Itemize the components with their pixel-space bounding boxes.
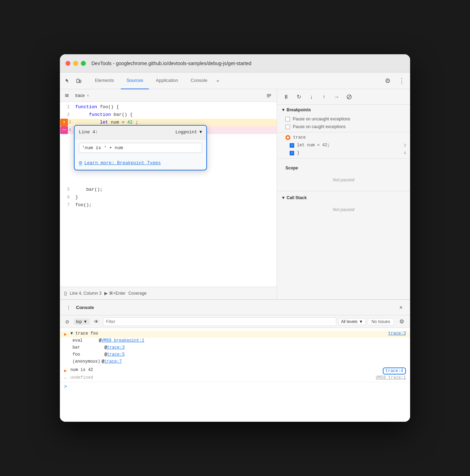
logpoint-badge-4[interactable]: ••: [60, 126, 68, 134]
foo-at: @: [97, 352, 107, 357]
coverage-label: Coverage: [128, 291, 146, 296]
step-button[interactable]: →: [332, 92, 341, 102]
code-line-7: 7 foo();: [60, 201, 277, 209]
bp-pause-uncaught: Pause on uncaught exceptions: [277, 115, 410, 123]
breakpoint-badge-3[interactable]: ?: [60, 119, 68, 126]
breakpoints-header[interactable]: ▼ Breakpoints: [277, 105, 410, 115]
close-window-button[interactable]: [65, 61, 70, 66]
bp-uncaught-checkbox[interactable]: [285, 117, 290, 121]
step-out-button[interactable]: ↑: [319, 92, 329, 102]
logpoint-type-dropdown[interactable]: Logpoint ▼: [175, 128, 202, 136]
console-undefined-icon: ←: [64, 375, 70, 381]
anon-link[interactable]: trace:7: [104, 359, 122, 364]
tab-more[interactable]: »: [214, 75, 221, 86]
navigator-toggle-icon[interactable]: [63, 91, 71, 100]
code-line-2: 2 function bar() {: [60, 111, 277, 119]
bp-let-text: let num = 42;: [297, 143, 401, 148]
console-close-button[interactable]: ×: [396, 303, 406, 313]
scope-header[interactable]: Scope: [281, 163, 406, 173]
console-input[interactable]: [70, 384, 406, 389]
logpoint-input[interactable]: [79, 143, 202, 153]
tab-application[interactable]: Application: [150, 72, 184, 89]
svg-rect-1: [80, 80, 81, 83]
svg-rect-6: [267, 95, 271, 96]
more-options-icon[interactable]: ⋮: [396, 75, 407, 86]
foo-label: foo: [72, 352, 80, 357]
file-tab-trace[interactable]: trace ×: [71, 89, 93, 102]
console-group-row: ▶ ▼ trace foo trace:3: [60, 331, 410, 338]
learn-more-link[interactable]: ⊙ Learn more: Breakpoint Types: [75, 156, 206, 170]
scope-not-paused: Not paused: [281, 173, 406, 187]
svg-rect-5: [267, 94, 271, 95]
console-anon-row: (anonymous) @ trace:7: [68, 359, 410, 366]
file-tab-bar: trace ×: [60, 89, 277, 102]
console-prompt-icon: >: [64, 384, 67, 389]
line-num-5: 5: [60, 186, 72, 194]
console-drawer-toggle[interactable]: ⋮: [64, 303, 73, 312]
line-num-6: 6: [60, 194, 72, 201]
bp-trace-group: trace: [277, 134, 410, 141]
console-eval-row: eval @ VM69 breakpoint:1: [68, 338, 410, 345]
run-icon: ▶: [104, 291, 108, 296]
bar-link[interactable]: trace:3: [107, 345, 124, 350]
devtools-window: DevTools - googlechrome.github.io/devtoo…: [60, 54, 410, 422]
console-section: ⋮ Console × ⊘ top ▼ 👁 All levels ▼ No Is…: [60, 299, 410, 422]
console-eye-icon[interactable]: 👁: [92, 317, 101, 326]
console-clear-icon[interactable]: ⊘: [63, 317, 72, 326]
console-levels-select[interactable]: All levels ▼: [338, 318, 365, 325]
console-warning-icon: ▶: [64, 331, 70, 337]
bp-brace-linenum: 4: [404, 151, 406, 155]
bp-let-checkbox[interactable]: [290, 143, 294, 148]
file-tab-name: trace: [75, 93, 85, 98]
anon-at: @: [102, 359, 104, 364]
bp-trace-dot: [287, 136, 289, 139]
status-braces-icon: {}: [64, 291, 67, 296]
step-over-button[interactable]: ↻: [294, 92, 304, 102]
maximize-window-button[interactable]: [81, 61, 86, 66]
settings-icon[interactable]: ⚙: [382, 75, 393, 86]
pause-button[interactable]: ⏸: [281, 92, 291, 102]
tab-console[interactable]: Console: [185, 72, 213, 89]
console-group-text: ▼ trace foo: [70, 331, 98, 336]
device-mode-icon[interactable]: [74, 76, 84, 86]
bp-brace-checkbox[interactable]: [290, 151, 294, 155]
anon-label: (anonymous): [72, 359, 100, 364]
tab-elements[interactable]: Elements: [89, 72, 119, 89]
file-tab-search-icon[interactable]: [264, 91, 274, 100]
console-context-select[interactable]: top ▼: [74, 318, 90, 325]
svg-rect-7: [267, 97, 270, 97]
console-settings-icon[interactable]: ⚙: [396, 316, 407, 327]
eval-link[interactable]: VM69 breakpoint:1: [101, 338, 144, 343]
console-result-icon: ▶: [64, 368, 70, 373]
svg-rect-0: [77, 79, 79, 83]
trace-4-badge[interactable]: trace:4: [383, 368, 406, 374]
svg-line-9: [347, 95, 351, 99]
eval-at: @: [94, 338, 102, 343]
inspect-icon[interactable]: [63, 76, 72, 86]
console-result-text: num is 42: [70, 368, 93, 372]
code-line-1: 1 function foo() {: [60, 103, 277, 111]
minimize-window-button[interactable]: [73, 61, 78, 66]
console-output: ▶ ▼ trace foo trace:3 eval @ VM69 breakp…: [60, 328, 410, 422]
right-panel: ⏸ ↻ ↓ ↑ → ▼ Breakpoints: [277, 89, 410, 299]
vm59-link[interactable]: VM59 trace:1: [376, 375, 406, 380]
deactivate-breakpoints-button[interactable]: [344, 92, 354, 102]
callstack-header[interactable]: ▼ Call Stack: [277, 192, 410, 203]
step-into-button[interactable]: ↓: [306, 92, 316, 102]
code-editor[interactable]: 1 function foo() { 2 function bar() {: [60, 102, 277, 287]
file-tab-close-icon[interactable]: ×: [87, 93, 89, 98]
line-column-info: Line 4, Column 3: [70, 291, 102, 296]
tab-bar-right: ⚙ ⋮: [382, 75, 407, 86]
trace-3-link[interactable]: trace:3: [388, 331, 406, 336]
line-num-7: 7: [60, 201, 72, 209]
console-filter-input[interactable]: [103, 317, 337, 326]
bp-caught-checkbox[interactable]: [285, 125, 290, 129]
console-no-issues-button[interactable]: No Issues: [368, 318, 394, 325]
foo-link[interactable]: trace:5: [107, 352, 124, 357]
status-bar: {} Line 4, Column 3 ▶ ⌘+Enter Coverage: [60, 287, 277, 299]
logpoint-title: Line 4:: [79, 128, 98, 136]
breakpoints-section: ▼ Breakpoints Pause on uncaught exceptio…: [277, 105, 410, 160]
tab-sources[interactable]: Sources: [121, 72, 149, 89]
run-snippet-button[interactable]: ▶ ⌘+Enter: [104, 291, 126, 296]
console-title: Console: [76, 305, 94, 310]
